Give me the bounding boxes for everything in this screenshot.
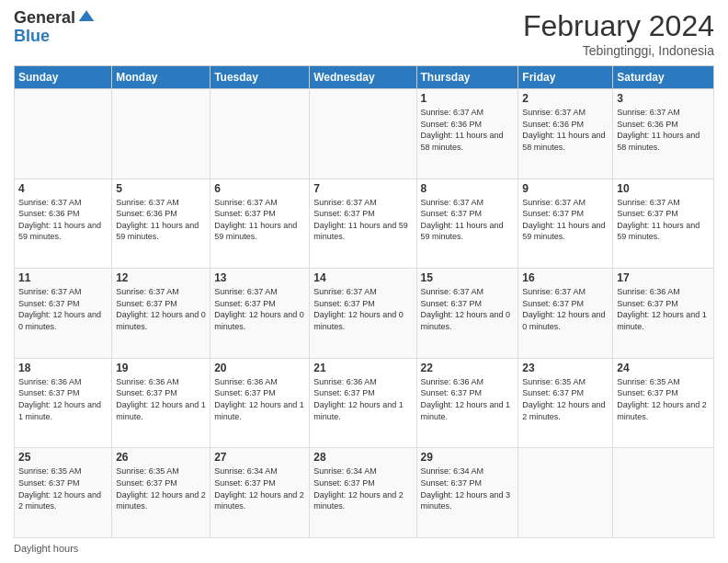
calendar-cell xyxy=(518,448,613,538)
day-number: 19 xyxy=(116,362,206,374)
cell-info: Sunrise: 6:37 AMSunset: 6:37 PMDaylight:… xyxy=(421,197,515,243)
footer: Daylight hours xyxy=(14,543,714,554)
calendar-cell: 23Sunrise: 6:35 AMSunset: 6:37 PMDayligh… xyxy=(518,358,613,448)
day-number: 15 xyxy=(421,271,515,284)
logo-icon xyxy=(77,7,96,26)
calendar-cell: 20Sunrise: 6:36 AMSunset: 6:37 PMDayligh… xyxy=(210,358,310,448)
calendar-cell: 27Sunrise: 6:34 AMSunset: 6:37 PMDayligh… xyxy=(210,448,310,538)
calendar-cell xyxy=(210,89,310,179)
cell-info: Sunrise: 6:37 AMSunset: 6:37 PMDaylight:… xyxy=(214,197,305,243)
logo-text: General Blue xyxy=(14,9,96,46)
header: General Blue February 2024 Tebingtinggi,… xyxy=(14,9,714,58)
cell-info: Sunrise: 6:37 AMSunset: 6:36 PMDaylight:… xyxy=(18,197,108,243)
day-number: 8 xyxy=(421,182,515,195)
cell-info: Sunrise: 6:36 AMSunset: 6:37 PMDaylight:… xyxy=(617,286,710,332)
daylight-label: Daylight hours xyxy=(14,543,78,554)
day-number: 18 xyxy=(18,362,108,374)
calendar-cell: 19Sunrise: 6:36 AMSunset: 6:37 PMDayligh… xyxy=(112,358,210,448)
day-number: 12 xyxy=(116,271,206,284)
calendar-cell xyxy=(310,89,416,179)
calendar-cell: 5Sunrise: 6:37 AMSunset: 6:36 PMDaylight… xyxy=(112,178,210,269)
day-number: 14 xyxy=(313,271,412,284)
calendar-cell xyxy=(613,448,714,538)
cell-info: Sunrise: 6:37 AMSunset: 6:37 PMDaylight:… xyxy=(421,286,515,332)
day-number: 26 xyxy=(116,451,206,464)
svg-marker-0 xyxy=(79,10,95,21)
day-number: 16 xyxy=(522,271,609,284)
calendar-week-row: 4Sunrise: 6:37 AMSunset: 6:36 PMDaylight… xyxy=(15,178,714,269)
title-section: February 2024 Tebingtinggi, Indonesia xyxy=(523,9,714,58)
day-number: 1 xyxy=(421,92,515,105)
header-day-sunday: Sunday xyxy=(15,66,112,89)
day-number: 4 xyxy=(18,182,108,195)
calendar-cell: 28Sunrise: 6:34 AMSunset: 6:37 PMDayligh… xyxy=(310,448,416,538)
day-number: 11 xyxy=(18,271,108,284)
day-number: 7 xyxy=(313,182,412,195)
day-number: 3 xyxy=(617,92,710,105)
header-day-wednesday: Wednesday xyxy=(310,66,416,89)
calendar-cell: 24Sunrise: 6:35 AMSunset: 6:37 PMDayligh… xyxy=(613,358,714,448)
day-number: 13 xyxy=(214,271,305,284)
cell-info: Sunrise: 6:35 AMSunset: 6:37 PMDaylight:… xyxy=(617,376,710,422)
cell-info: Sunrise: 6:37 AMSunset: 6:37 PMDaylight:… xyxy=(522,197,609,243)
day-number: 2 xyxy=(522,92,609,105)
cell-info: Sunrise: 6:37 AMSunset: 6:37 PMDaylight:… xyxy=(214,286,305,332)
logo-blue-text: Blue xyxy=(14,28,96,46)
calendar-body: 1Sunrise: 6:37 AMSunset: 6:36 PMDaylight… xyxy=(15,89,714,538)
day-number: 6 xyxy=(214,182,305,195)
calendar-cell: 25Sunrise: 6:35 AMSunset: 6:37 PMDayligh… xyxy=(15,448,112,538)
cell-info: Sunrise: 6:37 AMSunset: 6:37 PMDaylight:… xyxy=(617,197,710,243)
day-number: 21 xyxy=(313,362,412,374)
calendar-cell: 16Sunrise: 6:37 AMSunset: 6:37 PMDayligh… xyxy=(518,269,613,359)
cell-info: Sunrise: 6:37 AMSunset: 6:37 PMDaylight:… xyxy=(313,286,412,332)
calendar-cell: 4Sunrise: 6:37 AMSunset: 6:36 PMDaylight… xyxy=(15,178,112,269)
cell-info: Sunrise: 6:37 AMSunset: 6:37 PMDaylight:… xyxy=(116,286,206,332)
calendar-cell: 1Sunrise: 6:37 AMSunset: 6:36 PMDaylight… xyxy=(416,89,518,179)
header-day-monday: Monday xyxy=(112,66,210,89)
day-number: 28 xyxy=(313,451,412,464)
cell-info: Sunrise: 6:35 AMSunset: 6:37 PMDaylight:… xyxy=(18,465,108,511)
calendar-table: SundayMondayTuesdayWednesdayThursdayFrid… xyxy=(14,65,714,538)
calendar-cell: 21Sunrise: 6:36 AMSunset: 6:37 PMDayligh… xyxy=(310,358,416,448)
day-number: 10 xyxy=(617,182,710,195)
cell-info: Sunrise: 6:34 AMSunset: 6:37 PMDaylight:… xyxy=(214,465,305,511)
header-day-friday: Friday xyxy=(518,66,613,89)
logo-general-text: General xyxy=(14,9,75,28)
header-day-thursday: Thursday xyxy=(416,66,518,89)
header-day-saturday: Saturday xyxy=(613,66,714,89)
cell-info: Sunrise: 6:36 AMSunset: 6:37 PMDaylight:… xyxy=(116,376,206,422)
month-title: February 2024 xyxy=(523,9,714,43)
day-number: 5 xyxy=(116,182,206,195)
page: General Blue February 2024 Tebingtinggi,… xyxy=(0,0,728,563)
day-number: 25 xyxy=(18,451,108,464)
calendar-header-row: SundayMondayTuesdayWednesdayThursdayFrid… xyxy=(15,66,714,89)
calendar-cell: 29Sunrise: 6:34 AMSunset: 6:37 PMDayligh… xyxy=(416,448,518,538)
cell-info: Sunrise: 6:37 AMSunset: 6:36 PMDaylight:… xyxy=(116,197,206,243)
cell-info: Sunrise: 6:35 AMSunset: 6:37 PMDaylight:… xyxy=(116,465,206,511)
day-number: 17 xyxy=(617,271,710,284)
header-day-tuesday: Tuesday xyxy=(210,66,310,89)
calendar-cell: 11Sunrise: 6:37 AMSunset: 6:37 PMDayligh… xyxy=(15,269,112,359)
calendar-cell: 3Sunrise: 6:37 AMSunset: 6:36 PMDaylight… xyxy=(613,89,714,179)
calendar-cell xyxy=(15,89,112,179)
cell-info: Sunrise: 6:36 AMSunset: 6:37 PMDaylight:… xyxy=(214,376,305,422)
cell-info: Sunrise: 6:36 AMSunset: 6:37 PMDaylight:… xyxy=(313,376,412,422)
calendar-cell: 14Sunrise: 6:37 AMSunset: 6:37 PMDayligh… xyxy=(310,269,416,359)
cell-info: Sunrise: 6:34 AMSunset: 6:37 PMDaylight:… xyxy=(421,465,515,511)
calendar-cell: 8Sunrise: 6:37 AMSunset: 6:37 PMDaylight… xyxy=(416,178,518,269)
cell-info: Sunrise: 6:36 AMSunset: 6:37 PMDaylight:… xyxy=(18,376,108,422)
calendar-cell: 6Sunrise: 6:37 AMSunset: 6:37 PMDaylight… xyxy=(210,178,310,269)
calendar-cell: 22Sunrise: 6:36 AMSunset: 6:37 PMDayligh… xyxy=(416,358,518,448)
day-number: 20 xyxy=(214,362,305,374)
logo: General Blue xyxy=(14,9,96,46)
calendar-week-row: 25Sunrise: 6:35 AMSunset: 6:37 PMDayligh… xyxy=(15,448,714,538)
calendar-week-row: 11Sunrise: 6:37 AMSunset: 6:37 PMDayligh… xyxy=(15,269,714,359)
cell-info: Sunrise: 6:37 AMSunset: 6:36 PMDaylight:… xyxy=(421,107,515,153)
day-number: 27 xyxy=(214,451,305,464)
calendar-cell: 10Sunrise: 6:37 AMSunset: 6:37 PMDayligh… xyxy=(613,178,714,269)
cell-info: Sunrise: 6:36 AMSunset: 6:37 PMDaylight:… xyxy=(421,376,515,422)
day-number: 9 xyxy=(522,182,609,195)
calendar-cell: 7Sunrise: 6:37 AMSunset: 6:37 PMDaylight… xyxy=(310,178,416,269)
calendar-cell: 2Sunrise: 6:37 AMSunset: 6:36 PMDaylight… xyxy=(518,89,613,179)
day-number: 22 xyxy=(421,362,515,374)
